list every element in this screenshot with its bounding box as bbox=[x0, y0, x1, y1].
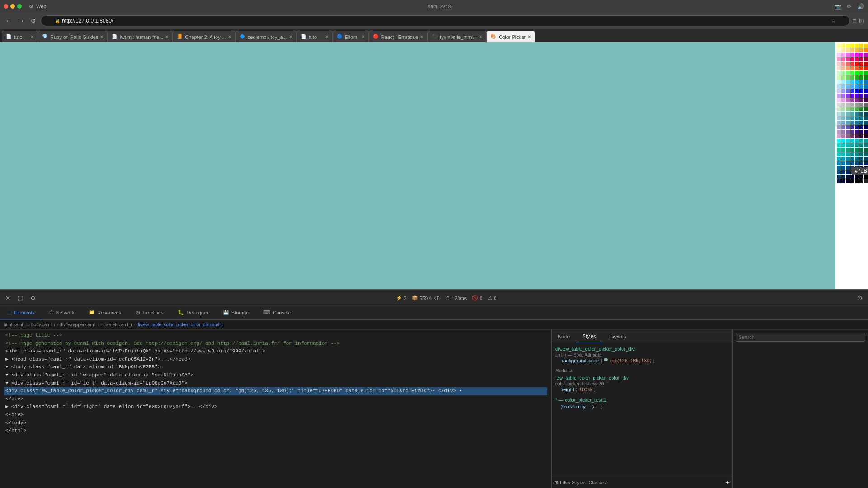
color-swatch-38[interactable] bbox=[864, 62, 868, 66]
color-swatch-66[interactable] bbox=[846, 80, 850, 84]
color-swatch-225[interactable] bbox=[841, 170, 845, 174]
color-swatch-118[interactable] bbox=[864, 107, 868, 111]
tab-node[interactable]: Node bbox=[552, 330, 576, 343]
color-swatch-67[interactable] bbox=[850, 80, 854, 84]
add-rule-button[interactable]: + bbox=[726, 479, 730, 487]
color-swatch-61[interactable] bbox=[859, 75, 863, 80]
color-swatch-110[interactable] bbox=[864, 103, 868, 107]
color-swatch-42[interactable] bbox=[846, 66, 850, 70]
color-swatch-88[interactable] bbox=[837, 94, 841, 98]
color-swatch-123[interactable] bbox=[850, 112, 854, 116]
color-swatch-234[interactable] bbox=[846, 175, 850, 179]
refresh-button[interactable]: ↺ bbox=[29, 16, 38, 25]
devtools-tab-timelines[interactable]: ◷Timelines bbox=[128, 306, 171, 320]
devtools-tab-elements[interactable]: ⬚Elements bbox=[0, 306, 42, 320]
color-swatch-238[interactable] bbox=[864, 175, 868, 179]
color-swatch-150[interactable] bbox=[864, 125, 868, 129]
color-swatch-186[interactable] bbox=[846, 148, 850, 152]
color-swatch-219[interactable] bbox=[850, 166, 854, 170]
color-swatch-122[interactable] bbox=[846, 112, 850, 116]
color-swatch-227[interactable] bbox=[850, 170, 854, 174]
color-swatch-144[interactable] bbox=[837, 125, 841, 129]
color-swatch-34[interactable] bbox=[846, 62, 850, 66]
color-swatch-29[interactable] bbox=[859, 57, 863, 61]
color-swatch-37[interactable] bbox=[859, 62, 863, 66]
color-swatch-107[interactable] bbox=[850, 103, 854, 107]
color-swatch-106[interactable] bbox=[846, 103, 850, 107]
color-swatch-155[interactable] bbox=[850, 130, 854, 134]
forward-button[interactable]: → bbox=[16, 16, 26, 25]
color-swatch-184[interactable] bbox=[837, 148, 841, 152]
color-swatch-81[interactable] bbox=[841, 89, 845, 93]
color-swatch-161[interactable] bbox=[841, 134, 845, 138]
menu-icon[interactable]: ≡ bbox=[853, 17, 856, 24]
color-swatch-217[interactable] bbox=[841, 166, 845, 170]
color-swatch-162[interactable] bbox=[846, 134, 850, 138]
color-swatch-105[interactable] bbox=[841, 103, 845, 107]
style-prop-0-0[interactable]: background-color: rgb(126, 185, 189); bbox=[555, 357, 729, 364]
color-swatch-20[interactable] bbox=[855, 53, 859, 57]
breadcrumb-item-3[interactable]: div#left.caml_r bbox=[103, 322, 132, 327]
color-swatch-40[interactable] bbox=[837, 66, 841, 70]
color-swatch-195[interactable] bbox=[850, 152, 854, 156]
color-swatch-16[interactable] bbox=[837, 53, 841, 57]
browser-tab-tab6[interactable]: 📄tuto✕ bbox=[297, 31, 333, 42]
color-swatch-178[interactable] bbox=[846, 143, 850, 147]
color-swatch-171[interactable] bbox=[850, 139, 854, 143]
color-swatch-82[interactable] bbox=[846, 89, 850, 93]
color-swatch-176[interactable] bbox=[837, 143, 841, 147]
color-swatch-246[interactable] bbox=[864, 179, 868, 183]
color-swatch-133[interactable] bbox=[859, 116, 863, 120]
color-swatch-54[interactable] bbox=[864, 71, 868, 75]
color-swatch-157[interactable] bbox=[859, 130, 863, 134]
color-swatch-182[interactable] bbox=[864, 143, 868, 147]
color-swatch-204[interactable] bbox=[855, 157, 859, 161]
color-swatch-104[interactable] bbox=[837, 103, 841, 107]
devtools-tab-storage[interactable]: 💾Storage bbox=[216, 306, 256, 320]
color-swatch-202[interactable] bbox=[846, 157, 850, 161]
color-swatch-4[interactable] bbox=[855, 44, 859, 48]
color-swatch-139[interactable] bbox=[850, 121, 854, 125]
breadcrumb-item-1[interactable]: body.caml_r bbox=[31, 322, 56, 327]
color-swatch-198[interactable] bbox=[864, 152, 868, 156]
color-swatch-211[interactable] bbox=[850, 161, 854, 165]
color-swatch-57[interactable] bbox=[841, 75, 845, 80]
color-swatch-130[interactable] bbox=[846, 116, 850, 120]
devtools-settings-button[interactable]: ⚙ bbox=[28, 294, 38, 302]
color-swatch-99[interactable] bbox=[850, 98, 854, 102]
color-swatch-232[interactable] bbox=[837, 175, 841, 179]
color-swatch-146[interactable] bbox=[846, 125, 850, 129]
color-swatch-101[interactable] bbox=[859, 98, 863, 102]
color-swatch-74[interactable] bbox=[846, 84, 850, 89]
color-swatch-166[interactable] bbox=[864, 134, 868, 138]
color-swatch-19[interactable] bbox=[850, 53, 854, 57]
color-swatch-93[interactable] bbox=[859, 94, 863, 98]
browser-tab-tab3[interactable]: 📄lwt.ml: human-frie...✕ bbox=[108, 31, 173, 42]
color-swatch-91[interactable] bbox=[850, 94, 854, 98]
devtools-tab-console[interactable]: ⌨Console bbox=[256, 306, 298, 320]
color-swatch-244[interactable] bbox=[855, 179, 859, 183]
fullscreen-icon[interactable]: ⊡ bbox=[859, 17, 864, 24]
back-button[interactable]: ← bbox=[4, 16, 14, 25]
color-swatch-174[interactable] bbox=[864, 139, 868, 143]
tab-close-tab2[interactable]: ✕ bbox=[100, 34, 104, 39]
tab-close-tab10[interactable]: ✕ bbox=[528, 34, 531, 39]
color-swatch-60[interactable] bbox=[855, 75, 859, 80]
color-swatch-102[interactable] bbox=[864, 98, 868, 102]
color-swatch-0[interactable] bbox=[837, 44, 841, 48]
breadcrumb-item-4[interactable]: div.ew_table_color_picker_color_div.caml… bbox=[137, 322, 223, 327]
color-swatch-56[interactable] bbox=[837, 75, 841, 80]
color-swatch-228[interactable] bbox=[855, 170, 859, 174]
html-line-7[interactable]: <div class="ew_table_color_picker_color_… bbox=[4, 387, 547, 395]
color-swatch-18[interactable] bbox=[846, 53, 850, 57]
color-swatch-33[interactable] bbox=[841, 62, 845, 66]
audio-icon[interactable]: 🔊 bbox=[857, 3, 864, 10]
color-swatch-94[interactable] bbox=[864, 94, 868, 98]
color-swatch-185[interactable] bbox=[841, 148, 845, 152]
color-swatch-172[interactable] bbox=[855, 139, 859, 143]
color-swatch-109[interactable] bbox=[859, 103, 863, 107]
color-swatch-92[interactable] bbox=[855, 94, 859, 98]
color-swatch-72[interactable] bbox=[837, 84, 841, 89]
html-line-1[interactable]: <!-- Page generated by OCaml with Ocsige… bbox=[4, 340, 547, 348]
color-swatch-13[interactable] bbox=[859, 48, 863, 52]
